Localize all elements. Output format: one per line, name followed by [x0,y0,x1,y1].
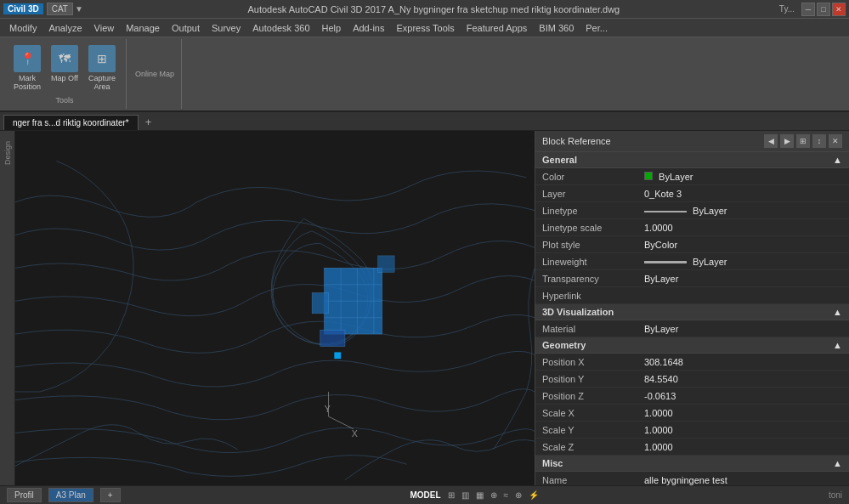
position-y-label: Position Y [542,374,644,384]
svg-text:X: X [352,428,358,439]
nav-next-icon[interactable]: ▶ [780,134,794,148]
linetype-label: Linetype [542,206,644,216]
status-center: MODEL ⊞ ▥ ▦ ⊕ ≈ ⊕ ⚡ [127,490,822,500]
geometry-section-header[interactable]: Geometry ▲ [535,337,849,354]
add-tab-button[interactable]: + [100,488,121,502]
linetype-scale-value[interactable]: 1.0000 [644,223,842,233]
grid-icon[interactable]: ⊞ [796,134,810,148]
window-title: Autodesk AutoCAD Civil 3D 2017 A_Ny bygn… [88,4,779,14]
misc-section-header[interactable]: Misc ▲ [535,456,849,472]
menu-view[interactable]: View [88,21,121,35]
capture-area-icon: ⊞ [88,45,116,72]
menu-output[interactable]: Output [166,21,206,35]
left-sidebar: Design [0,131,15,485]
close-button[interactable]: ✕ [832,3,846,16]
design-tab[interactable]: Design [2,134,14,172]
svg-text:Y: Y [325,404,331,414]
cat-button[interactable]: CAT [47,3,73,15]
prop-color: Color ByLayer [535,168,849,185]
menu-modify[interactable]: Modify [3,21,42,35]
profil-tab[interactable]: Profil [7,488,42,502]
close-panel-icon[interactable]: ✕ [829,134,842,148]
layer-value[interactable]: 0_Kote 3 [644,189,842,199]
tab-drawing[interactable]: nger fra s...d riktig koordinater* [3,115,139,130]
linetype-scale-label: Linetype scale [542,223,644,233]
lineweight-preview [644,261,687,263]
menu-expresstools[interactable]: Express Tools [390,21,460,35]
mark-position-button[interactable]: 📍 MarkPosition [10,43,44,93]
minimize-button[interactable]: ─ [801,3,815,16]
statusbar: Profil A3 Plan + MODEL ⊞ ▥ ▦ ⊕ ≈ ⊕ ⚡ ton… [0,485,849,504]
resize-icon[interactable]: ↕ [812,134,826,148]
menubar: Modify Analyze View Manage Output Survey… [0,19,849,37]
menu-survey[interactable]: Survey [206,21,246,35]
position-x-value[interactable]: 308.1648 [644,357,842,367]
user-label: toni [829,490,842,500]
misc-collapse-icon: ▲ [833,458,842,468]
right-panel-container: Block Reference ◀ ▶ ⊞ ↕ ✕ General ▲ Colo… [535,131,849,485]
menu-help[interactable]: Help [316,21,348,35]
menu-per[interactable]: Per... [580,21,614,35]
building-cluster [312,256,394,347]
maximize-button[interactable]: □ [817,3,830,16]
osnap-icon[interactable]: ≈ [504,490,509,500]
line-preview [644,211,687,212]
block-reference-header: Block Reference ◀ ▶ ⊞ ↕ ✕ [535,131,849,152]
prop-name: Name alle bygningene test [535,472,849,485]
a3-plan-tab[interactable]: A3 Plan [48,488,93,502]
tools-group-label: Tools [56,96,74,105]
name-value[interactable]: alle bygningene test [644,475,842,485]
prop-material: Material ByLayer [535,320,849,337]
status-right: toni [829,490,842,500]
menu-bim360[interactable]: BIM 360 [533,21,580,35]
menu-featuredapps[interactable]: Featured Apps [461,21,534,35]
canvas-area[interactable]: Y X [15,131,535,485]
menu-autodesk360[interactable]: Autodesk 360 [246,21,315,35]
map-off-button[interactable]: 🗺 Map Off [48,43,82,93]
position-x-label: Position X [542,357,644,367]
3d-visualization-header[interactable]: 3D Visualization ▲ [535,304,849,320]
tab-add-button[interactable]: + [140,114,157,130]
layer-label: Layer [542,189,644,199]
otrack-icon[interactable]: ⊕ [515,490,522,500]
linetype-value[interactable]: ByLayer [644,206,842,216]
mark-position-icon: 📍 [14,45,41,72]
color-label: Color [542,172,644,182]
general-collapse-icon: ▲ [833,155,842,165]
block-reference-title: Block Reference [542,136,611,146]
window-controls: ─ □ ✕ [801,3,846,16]
position-z-value[interactable]: -0.0613 [644,391,842,401]
scale-x-label: Scale X [542,408,644,418]
lineweight-value[interactable]: ByLayer [644,257,842,267]
prop-layer: Layer 0_Kote 3 [535,185,849,202]
snap-icon[interactable]: ▥ [461,490,469,500]
svg-rect-0 [15,136,535,479]
material-label: Material [542,324,644,334]
transparency-value[interactable]: ByLayer [644,274,842,284]
ribbon: 📍 MarkPosition 🗺 Map Off ⊞ CaptureArea T… [0,37,849,112]
menu-manage[interactable]: Manage [120,21,166,35]
capture-area-button[interactable]: ⊞ CaptureArea [85,43,119,93]
menu-addins[interactable]: Add-ins [347,21,390,35]
material-value[interactable]: ByLayer [644,324,842,334]
scale-y-value[interactable]: 1.0000 [644,425,842,435]
3d-viz-collapse-icon: ▲ [833,307,842,317]
menu-analyze[interactable]: Analyze [42,21,88,35]
general-section-header[interactable]: General ▲ [535,152,849,168]
nav-prev-icon[interactable]: ◀ [764,134,778,148]
position-y-value[interactable]: 84.5540 [644,374,842,384]
scale-y-label: Scale Y [542,425,644,435]
ortho-icon[interactable]: ▦ [476,490,484,500]
prop-lineweight: Lineweight ByLayer [535,253,849,270]
polar-icon[interactable]: ⊕ [490,490,497,500]
svg-rect-8 [312,293,328,314]
plot-style-value[interactable]: ByColor [644,240,842,250]
prop-linetype: Linetype ByLayer [535,202,849,219]
grid-status-icon[interactable]: ⊞ [448,490,455,500]
tab-row: nger fra s...d riktig koordinater* + [0,112,849,131]
scale-x-value[interactable]: 1.0000 [644,408,842,418]
dyn-icon[interactable]: ⚡ [529,490,539,500]
prop-hyperlink: Hyperlink [535,287,849,304]
scale-z-value[interactable]: 1.0000 [644,442,842,452]
color-value[interactable]: ByLayer [644,172,842,182]
